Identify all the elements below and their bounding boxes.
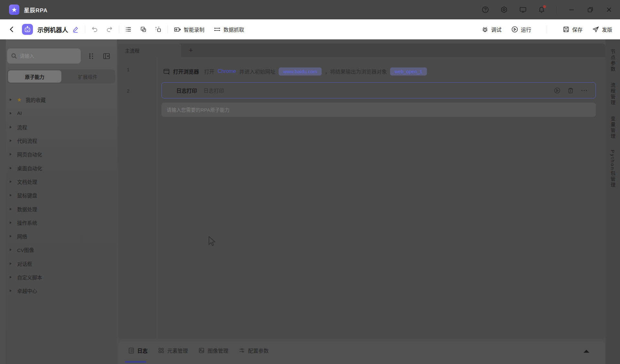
category-favorites[interactable]: ★ 我的收藏: [6, 93, 117, 106]
outline-button[interactable]: [125, 26, 132, 33]
category-code-flow[interactable]: 代码流程: [6, 134, 117, 147]
category-custom-script[interactable]: 自定义脚本: [6, 270, 117, 284]
flow-tree-button[interactable]: [88, 52, 96, 60]
tab-atomic-ability[interactable]: 原子能力: [8, 70, 61, 83]
list-icon: [125, 26, 132, 33]
smart-record-button[interactable]: 智能录制: [174, 25, 204, 33]
flow-step-log-print-selected[interactable]: 日志打印 日志打印: [161, 82, 596, 98]
app-title: 星辰RPA: [24, 6, 48, 14]
collapse-sidebar-button[interactable]: [103, 52, 110, 60]
copy-button[interactable]: [140, 26, 147, 33]
robot-icon: [24, 26, 31, 33]
right-panel-rail: 节点参数 流程管理 变量管理 Python包管理: [605, 39, 620, 364]
tab-config-label: 配置参数: [248, 347, 269, 354]
publish-button[interactable]: 发版: [592, 25, 612, 33]
data-capture-button[interactable]: 数据抓取: [213, 25, 244, 33]
rail-flow-management[interactable]: 流程管理: [609, 83, 616, 106]
chevron-right-icon: [9, 112, 12, 115]
chevron-right-icon: [9, 153, 12, 156]
save-label: 保存: [572, 25, 583, 33]
rail-node-params[interactable]: 节点参数: [609, 49, 616, 72]
close-button[interactable]: [605, 6, 613, 14]
play-circle-icon: [554, 87, 561, 94]
insert-step-search[interactable]: [161, 103, 596, 117]
step-subtitle: 日志打印: [203, 86, 224, 94]
capture-icon: [213, 26, 221, 33]
browser-param[interactable]: Chrome: [218, 68, 236, 74]
delete-step-button[interactable]: [567, 87, 574, 94]
flow-tabstrip: 主流程 +: [118, 44, 605, 57]
play-circle-icon: [511, 26, 518, 33]
category-excellence-center[interactable]: 卓越中心: [6, 284, 117, 298]
tab-extension-components[interactable]: 扩展组件: [61, 70, 115, 83]
add-flow-tab-button[interactable]: +: [181, 44, 201, 57]
rename-button[interactable]: [72, 26, 79, 33]
insert-step-input[interactable]: [167, 107, 591, 113]
app-logo-star-icon: ★: [9, 5, 19, 15]
expand-panel-button[interactable]: [584, 350, 589, 353]
tab-element-management[interactable]: 元素管理: [158, 347, 188, 354]
minimize-button[interactable]: [568, 6, 575, 14]
debug-button[interactable]: 调试: [481, 25, 501, 33]
tab-image-management[interactable]: 图像管理: [198, 347, 228, 354]
monitor-button[interactable]: [519, 6, 527, 14]
category-document-processing[interactable]: 文档处理: [6, 175, 117, 188]
step-title: 打开浏览器: [173, 67, 199, 75]
category-list: ★ 我的收藏 AI 流程 代码流程 网页自动化 桌面自动化 文档处理: [6, 93, 117, 298]
more-actions-button[interactable]: [581, 87, 588, 94]
redo-button[interactable]: [106, 26, 113, 33]
gutter-divider: [157, 57, 157, 339]
rail-python-package-management[interactable]: Python包管理: [609, 150, 616, 188]
category-dialog[interactable]: 对话框: [6, 257, 117, 270]
help-button[interactable]: [481, 6, 489, 14]
category-ai[interactable]: AI: [6, 106, 117, 120]
chevron-right-icon: [9, 289, 12, 292]
sidebar-tabs: 原子能力 扩展组件: [7, 69, 115, 84]
paste-button[interactable]: [155, 26, 162, 33]
output-variable-tag[interactable]: web_open_1: [390, 67, 427, 76]
category-flow[interactable]: 流程: [6, 120, 117, 134]
debug-label: 调试: [491, 25, 501, 33]
image-icon: [198, 347, 205, 354]
back-button[interactable]: [8, 26, 16, 33]
settings-button[interactable]: [500, 6, 508, 14]
flow-canvas: 1 打开浏览器 打开 Chrome 并进入初始网址 www.baidu.com …: [118, 57, 605, 339]
category-cv-image[interactable]: CV图像: [6, 243, 117, 257]
url-param-tag[interactable]: www.baidu.com: [279, 67, 322, 76]
category-data-processing[interactable]: 数据处理: [6, 202, 117, 216]
category-web-automation[interactable]: 网页自动化: [6, 147, 117, 161]
flow-step-open-browser[interactable]: 打开浏览器 打开 Chrome 并进入初始网址 www.baidu.com ，将…: [163, 64, 427, 78]
toolbar-divider: [85, 25, 85, 33]
tab-log[interactable]: 日志: [128, 347, 148, 354]
notifications-button[interactable]: [538, 6, 545, 14]
search-box[interactable]: [7, 48, 81, 64]
save-button[interactable]: 保存: [563, 25, 583, 33]
titlebar-divider: [556, 6, 557, 13]
tab-main-flow[interactable]: 主流程: [118, 44, 181, 57]
category-mouse-keyboard[interactable]: 鼠标键盘: [6, 188, 117, 202]
copy-icon: [140, 26, 147, 33]
bottom-panel: 日志 元素管理 图像管理 配置参数: [118, 341, 605, 364]
tree-icon: [88, 52, 96, 60]
category-network[interactable]: 网络: [6, 229, 117, 243]
run-button[interactable]: 运行: [511, 25, 531, 33]
chevron-right-icon: [9, 276, 12, 279]
record-camera-icon: [174, 26, 181, 33]
robot-avatar: [22, 24, 33, 35]
chevron-right-icon: [9, 235, 12, 238]
category-desktop-automation[interactable]: 桌面自动化: [6, 161, 117, 175]
close-icon: [606, 6, 612, 13]
send-icon: [592, 26, 599, 33]
tab-config-params[interactable]: 配置参数: [239, 347, 269, 354]
toolbar-divider: [119, 25, 119, 33]
maximize-button[interactable]: [586, 6, 594, 14]
run-step-button[interactable]: [554, 87, 561, 94]
titlebar: ★ 星辰RPA: [0, 0, 620, 19]
publish-label: 发版: [602, 25, 612, 33]
redo-icon: [106, 26, 113, 33]
category-operating-system[interactable]: 操作系统: [6, 216, 117, 229]
undo-button[interactable]: [91, 26, 98, 33]
step-number: 1: [123, 67, 133, 72]
search-input[interactable]: [20, 53, 71, 59]
rail-variable-management[interactable]: 变量管理: [609, 116, 616, 139]
